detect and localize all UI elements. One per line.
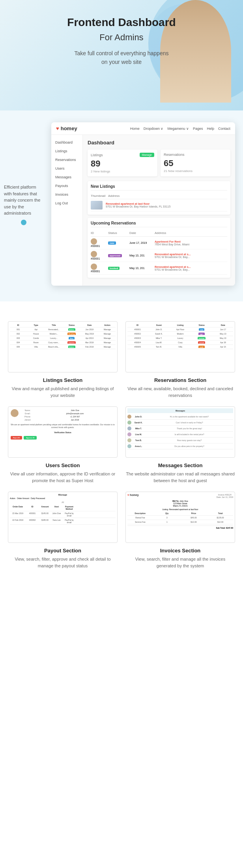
listing-address: Renovated apartment at last floor 9701 W… (106, 202, 170, 208)
user-phone-value: +1 234 567 (35, 415, 115, 418)
inv-price-2: $12.00 (181, 521, 207, 523)
msg-avatar-4 (127, 432, 131, 436)
mini-res-col-listing: Listing (170, 324, 190, 326)
mini-res-status-1: new (192, 328, 212, 331)
sidebar-item-users[interactable]: Users (51, 164, 82, 173)
listing-thumbnail (91, 201, 103, 210)
nav-links: Home Dropdown ∨ Megamenu ∨ Pages Help Co… (130, 127, 230, 131)
payout-col-id: ID (26, 505, 38, 510)
nav-pages[interactable]: Pages (193, 127, 203, 131)
res-addr-sub-1: 7654 West Bay Drive, Miami (155, 243, 227, 246)
users-feature-desc: View all user information, approve the I… (8, 471, 118, 484)
msg-text-6: Do you allow pets in the property? (146, 445, 233, 447)
hero-section: Frontend Dashboard For Admins Take full … (0, 0, 243, 110)
mini-res-status-4: cancel (192, 341, 212, 344)
reservation-row-3: #00001 booked May 13, 201 Renovated apar… (91, 262, 227, 275)
mini-res-col-date: Date (213, 324, 233, 326)
sidebar-item-dashboard[interactable]: Dashboard (51, 138, 82, 147)
nav-megamenu[interactable]: Megamenu ∨ (167, 127, 189, 131)
mini-action-4: Manage (99, 341, 116, 344)
sidebar: Dashboard Listings Reservations Users Me… (51, 135, 83, 286)
payouts-mini: Manage Action Order Amount Daily Process… (8, 492, 117, 526)
sidebar-item-payouts[interactable]: Payouts (51, 181, 82, 190)
user-phone-row: Phone: +1 234 567 (22, 415, 115, 418)
invoice-listing-label: Listing: Renovated apartment at last flo… (127, 508, 233, 511)
msg-row-1: John D. Hi, is the apartment available f… (127, 414, 233, 420)
mini-col-action: Action (99, 324, 116, 326)
res-id-text-3: #00001 (91, 270, 100, 273)
listings-mini-table: ID Type Title Status Date Action 001 Apt… (8, 322, 117, 351)
invoices-feature-title: Invoices Section (125, 548, 235, 554)
mini-col-type: Type (28, 324, 44, 326)
payout-amount-2: $195.00 (39, 519, 51, 524)
sidebar-item-listings[interactable]: Listings (51, 147, 82, 155)
messages-screenshot: Messages John D. Hi, is the apartment av… (125, 406, 235, 458)
payout-filter-row: Action Order Amount Daily Processed (10, 497, 116, 499)
hero-title-text: Frontend Dashboard (67, 16, 176, 28)
mini-title-4: Cozy room... (45, 341, 62, 344)
res-status-2: approved (108, 254, 128, 257)
msg-name-1: John D. (133, 415, 144, 418)
user-joined-value: Jan 2019 (35, 419, 115, 421)
user-name-value: John Doe (35, 409, 115, 412)
sidebar-item-invoices[interactable]: Invoices (51, 190, 82, 199)
msg-avatar-5 (127, 438, 131, 442)
invoice-total-row: Sub Total: $147.00 (127, 526, 233, 529)
mini-listings-row-3: 003 Condo Luxury... New Apr 2019 Manage (10, 336, 116, 340)
mini-res-row-2: #00002 Sarah K. Modern appr. May 13 (127, 332, 233, 336)
verification-label: Verification Status (11, 431, 115, 434)
invoice-logo-heart: ♥ (127, 494, 129, 496)
col-date: Date (129, 231, 153, 235)
mini-date-2: May 2019 (81, 333, 98, 335)
mini-type-4: Room (28, 341, 44, 344)
messages-mini: Messages John D. Hi, is the apartment av… (126, 407, 235, 451)
res-address-1: Apartment For Rent 7654 West Bay Drive, … (155, 240, 227, 246)
mini-res-listing-2: Modern (170, 333, 190, 335)
mini-col-title: Title (45, 324, 62, 326)
payout-amount-1: $145.00 (39, 512, 51, 517)
nav-home[interactable]: Home (130, 127, 140, 131)
sidebar-item-messages[interactable]: Messages (51, 173, 82, 181)
mini-action-1: Manage (99, 328, 116, 331)
messages-feature-title: Messages Section (125, 462, 235, 468)
mini-title-1: Renovated... (45, 328, 62, 331)
section-divider (0, 301, 243, 313)
listings-manage-button[interactable]: Manage (140, 153, 154, 157)
mini-status-1: Active (64, 328, 80, 331)
inv-total-1: $135.00 (207, 516, 233, 519)
res-id-text-2: #00001 (91, 257, 100, 260)
sidebar-item-logout[interactable]: Log Out (51, 199, 82, 208)
inv-col-total: Total (207, 512, 233, 514)
invoice-from-city: Miami, FL 33101 (127, 505, 233, 507)
mini-res-status-2: appr. (192, 333, 212, 335)
reject-id-button[interactable]: Reject ID (11, 436, 22, 440)
mini-res-listing-3: Luxury (170, 337, 190, 339)
mini-listings-row-4: 004 Room Cozy room... Inactive Mar 2019 … (10, 340, 116, 345)
reservations-card: Upcoming Reservations ID Status Date Add… (88, 218, 230, 278)
payout-date-2: 10 Feb 2019 (10, 519, 26, 524)
user-email-value: john@example.com (35, 412, 115, 415)
inv-total-2: $12.00 (207, 521, 233, 523)
mini-id-3: 003 (10, 337, 26, 339)
msg-row-6: Anna L. Do you allow pets in the propert… (127, 443, 233, 449)
users-feature-title: Users Section (8, 462, 118, 468)
stats-row: Listings Manage 89 2 New listings Reserv… (88, 150, 230, 176)
payout-method-2: PayPal by email (62, 519, 76, 524)
nav-logo: ♥ homey (56, 125, 77, 131)
nav-help[interactable]: Help (207, 127, 214, 131)
sidebar-item-reservations[interactable]: Reservations (51, 155, 82, 164)
hero-title: Frontend Dashboard (8, 16, 235, 29)
mini-res-row-3: #00003 Mike T. Luxury booked May 10 (127, 336, 233, 340)
mini-type-5: Villa (28, 346, 44, 348)
nav-dropdown[interactable]: Dropdown ∨ (144, 127, 164, 131)
msg-avatar-6 (127, 444, 131, 448)
nav-contact[interactable]: Contact (218, 127, 230, 131)
mini-res-col-id: ID (127, 324, 148, 326)
approve-id-button[interactable]: Approve ID (24, 436, 37, 440)
payout-host-2: Sara Lee (52, 519, 62, 524)
mini-res-header: ID Guest Listing Status Date (127, 323, 233, 327)
invoice-header: ♥ homey Invoice #00124 Date: Jun 11, 201… (127, 494, 233, 498)
msg-text-3: Thank you for the great stay! (146, 427, 233, 430)
msg-name-4: Lisa M. (133, 433, 144, 436)
payouts-mini-title: Manage (10, 494, 116, 496)
